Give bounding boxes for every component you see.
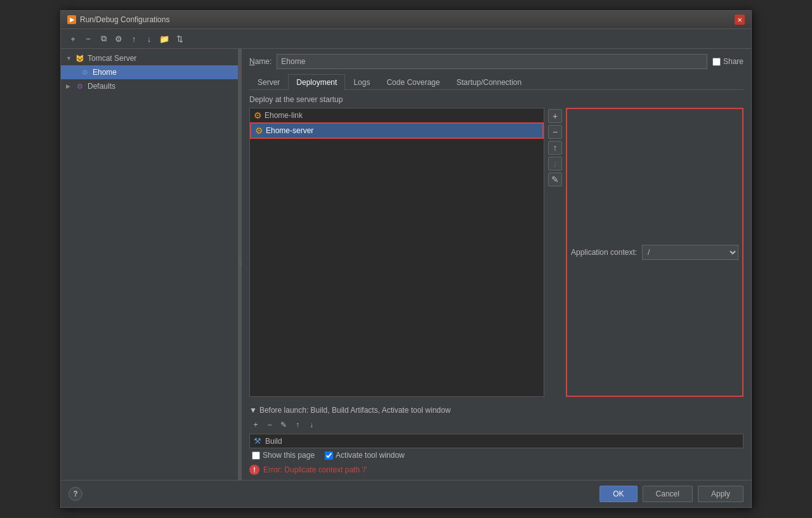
name-label: Name: <box>249 57 272 66</box>
apply-button[interactable]: Apply <box>698 486 743 502</box>
show-page-label: Show this page <box>263 451 315 460</box>
copy-config-button[interactable]: ⧉ <box>96 32 110 46</box>
tab-server[interactable]: Server <box>249 74 288 90</box>
move-up-button[interactable]: ↑ <box>127 32 141 46</box>
artifact-list: ⚙ Ehome-link ⚙ Ehome-server <box>249 108 544 397</box>
sidebar-item-ehome[interactable]: ⚙ Ehome <box>61 65 238 79</box>
error-row: ! Error: Duplicate context path '/' <box>249 465 743 475</box>
artifact-remove-button[interactable]: − <box>548 125 562 139</box>
bl-up-button[interactable]: ↑ <box>291 418 304 431</box>
before-launch-header[interactable]: ▼ Before launch: Build, Build Artifacts,… <box>249 406 743 415</box>
sidebar-item-tomcat-server[interactable]: ▼ 🐱 Tomcat Server <box>61 51 238 65</box>
before-launch-toolbar: + − ✎ ↑ ↓ <box>249 418 743 431</box>
dialog-title: Run/Debug Configurations <box>80 15 169 24</box>
bl-remove-button[interactable]: − <box>263 418 276 431</box>
move-config-button[interactable]: ⚙ <box>112 32 126 46</box>
dialog-icon: ▶ <box>67 15 76 24</box>
footer-buttons: OK Cancel Apply <box>599 486 743 502</box>
share-label: Share <box>723 57 743 66</box>
bl-add-button[interactable]: + <box>249 418 262 431</box>
activate-window-group: Activate tool window <box>325 451 405 460</box>
defaults-icon: ⚙ <box>75 81 85 91</box>
deploy-label: Deploy at the server startup <box>249 95 743 104</box>
tab-startup-connection[interactable]: Startup/Connection <box>448 74 530 90</box>
dialog-footer: ? OK Cancel Apply <box>61 480 751 507</box>
app-context-panel: Application context: / /ehome /ehome-ser… <box>566 108 743 397</box>
name-row: Name: Share <box>249 54 743 69</box>
folder-button[interactable]: 📁 <box>157 32 171 46</box>
tree-arrow-tomcat: ▼ <box>66 55 74 62</box>
tab-deployment[interactable]: Deployment <box>288 74 345 90</box>
remove-config-button[interactable]: − <box>81 32 95 46</box>
title-bar: ▶ Run/Debug Configurations ✕ <box>61 11 751 29</box>
tabs: Server Deployment Logs Code Coverage Sta… <box>249 74 743 90</box>
toolbar: + − ⧉ ⚙ ↑ ↓ 📁 ⇅ <box>61 29 751 49</box>
before-launch-label: Before launch: Build, Build Artifacts, A… <box>259 406 451 415</box>
build-item: ⚒ Build <box>249 434 743 448</box>
run-debug-configurations-dialog: ▶ Run/Debug Configurations ✕ + − ⧉ ⚙ ↑ ↓… <box>60 10 752 508</box>
collapse-icon: ▼ <box>249 406 257 415</box>
artifact-server-icon: ⚙ <box>255 126 263 136</box>
ok-button[interactable]: OK <box>599 486 637 502</box>
artifact-label-ehome-link: Ehome-link <box>265 111 303 120</box>
artifact-down-button[interactable]: ↓ <box>548 157 562 171</box>
tomcat-icon: 🐱 <box>75 53 85 63</box>
tab-code-coverage[interactable]: Code Coverage <box>378 74 448 90</box>
list-buttons: + − ↑ ↓ ✎ <box>548 108 562 397</box>
checkboxes-row: Show this page Activate tool window <box>252 451 743 460</box>
share-checkbox[interactable] <box>712 58 721 66</box>
add-config-button[interactable]: + <box>66 32 80 46</box>
error-icon: ! <box>249 465 259 475</box>
build-icon: ⚒ <box>254 436 261 446</box>
bl-down-button[interactable]: ↓ <box>305 418 318 431</box>
artifact-up-button[interactable]: ↑ <box>548 141 562 155</box>
build-label: Build <box>265 437 282 446</box>
sidebar-item-label-ehome: Ehome <box>93 68 117 77</box>
bl-edit-button[interactable]: ✎ <box>277 418 290 431</box>
sidebar: ▼ 🐱 Tomcat Server ⚙ Ehome ▶ ⚙ Defaults <box>61 49 239 480</box>
activate-window-checkbox[interactable] <box>325 451 333 460</box>
title-bar-left: ▶ Run/Debug Configurations <box>67 15 169 24</box>
artifact-link-icon: ⚙ <box>254 110 262 120</box>
tree-arrow-defaults: ▶ <box>66 83 74 89</box>
main-content: ▼ 🐱 Tomcat Server ⚙ Ehome ▶ ⚙ Defaults ⋮ <box>61 49 751 480</box>
show-page-group: Show this page <box>252 451 315 460</box>
artifact-item-ehome-link[interactable]: ⚙ Ehome-link <box>250 108 544 122</box>
ehome-config-icon: ⚙ <box>80 67 90 77</box>
show-page-checkbox[interactable] <box>252 451 260 460</box>
deployment-tab-content: Deploy at the server startup ⚙ Ehome-lin… <box>249 95 743 475</box>
name-input[interactable] <box>277 54 707 69</box>
before-launch-section: ▼ Before launch: Build, Build Artifacts,… <box>249 402 743 460</box>
share-row: Share <box>712 57 743 66</box>
error-message: Error: Duplicate context path '/' <box>263 465 367 474</box>
deploy-area: ⚙ Ehome-link ⚙ Ehome-server + − <box>249 108 743 397</box>
app-context-select[interactable]: / /ehome /ehome-server <box>642 245 738 260</box>
cancel-button[interactable]: Cancel <box>643 486 693 502</box>
move-down-button[interactable]: ↓ <box>142 32 156 46</box>
sidebar-item-label-defaults: Defaults <box>88 82 115 91</box>
help-button[interactable]: ? <box>69 487 82 501</box>
artifact-label-ehome-server: Ehome-server <box>266 126 313 135</box>
artifact-item-ehome-server[interactable]: ⚙ Ehome-server <box>250 122 544 139</box>
artifact-edit-button[interactable]: ✎ <box>548 172 562 186</box>
sidebar-item-defaults[interactable]: ▶ ⚙ Defaults <box>61 79 238 93</box>
tab-logs[interactable]: Logs <box>345 74 378 90</box>
right-panel: Name: Share Server Deployment Logs Code … <box>242 49 751 480</box>
activate-window-label: Activate tool window <box>336 451 405 460</box>
artifact-add-button[interactable]: + <box>548 109 562 123</box>
sidebar-item-label-tomcat: Tomcat Server <box>88 54 136 63</box>
app-context-label: Application context: <box>571 248 637 257</box>
close-button[interactable]: ✕ <box>735 15 745 25</box>
sort-button[interactable]: ⇅ <box>173 32 187 46</box>
